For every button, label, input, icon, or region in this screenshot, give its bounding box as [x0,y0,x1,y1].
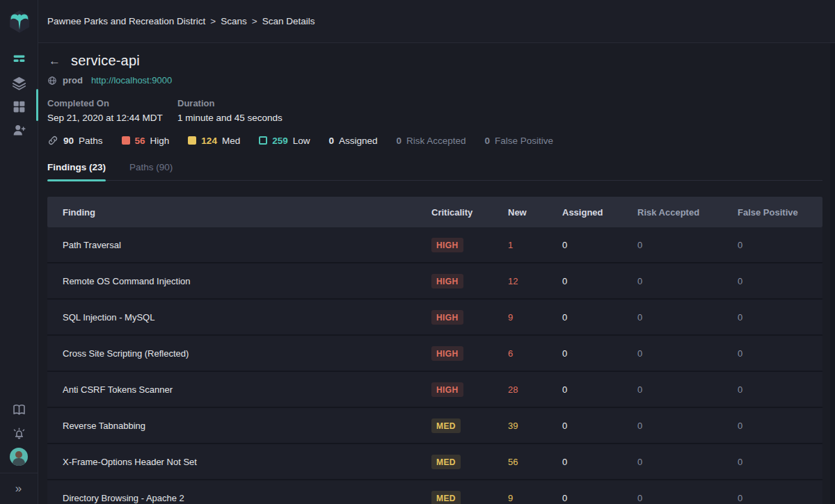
false-positive-label: False Positive [495,136,553,146]
false-positive-count: 0 [485,136,491,146]
high-severity-square-icon [122,136,130,145]
tab-bar: Findings (23) Paths (90) [47,162,822,181]
book-icon [12,403,26,417]
breadcrumb-org[interactable]: Pawnee Parks and Recreation District [47,16,205,26]
assigned-count: 0 [328,136,334,146]
scrollbar-track[interactable] [830,43,835,504]
column-risk-accepted: Risk Accepted [637,207,738,218]
user-avatar[interactable] [10,448,28,466]
breadcrumb: Pawnee Parks and Recreation District > S… [47,16,315,26]
user-add-icon [12,123,26,138]
back-arrow-icon[interactable]: ← [47,54,62,68]
app-logo[interactable] [0,0,38,43]
table-row[interactable]: Reverse Tabnabbing MED 39 0 0 0 [47,408,822,444]
criticality-badge: MED [431,455,461,469]
table-row[interactable]: Remote OS Command Injection HIGH 12 0 0 … [47,263,822,300]
finding-name: Reverse Tabnabbing [47,421,431,431]
breadcrumb-scan-details: Scan Details [262,16,315,26]
column-new: New [508,207,562,218]
false-positive-count: 0 [738,312,822,323]
column-criticality: Criticality [431,207,508,218]
table-row[interactable]: SQL Injection - MySQL HIGH 9 0 0 0 [47,300,822,336]
assigned-label: Assigned [339,136,378,146]
paths-count: 90 [63,136,74,146]
paths-label: Paths [79,136,103,146]
assigned-count: 0 [562,421,637,431]
findings-table: Finding Criticality New Assigned Risk Ac… [47,197,822,504]
low-count: 259 [272,136,288,146]
false-positive-count: 0 [738,276,822,286]
sidebar-item-notifications[interactable] [0,421,38,445]
false-positive-count: 0 [738,421,822,431]
med-count: 124 [201,136,217,146]
page-title: service-api [71,53,140,69]
assigned-count: 0 [562,348,637,359]
risk-accepted-count: 0 [637,312,738,323]
stat-false-positive: 0 False Positive [485,136,554,146]
new-count: 56 [508,457,562,467]
breadcrumb-scans[interactable]: Scans [221,16,247,26]
sidebar-item-docs[interactable] [0,398,38,421]
criticality-badge: HIGH [431,310,463,325]
finding-name: Path Traversal [47,240,431,250]
stat-risk-accepted: 0 Risk Accepted [397,136,466,146]
assigned-count: 0 [562,493,637,503]
new-count: 1 [508,240,562,250]
table-row[interactable]: X-Frame-Options Header Not Set MED 56 0 … [47,444,822,480]
sidebar-divider [0,473,38,473]
environment-globe-icon [47,76,57,86]
scan-host-link[interactable]: http://localhost:9000 [91,75,172,86]
duration-value: 1 minute and 45 seconds [177,113,308,123]
stat-low: 259 Low [259,136,310,146]
risk-accepted-count: 0 [637,240,738,250]
sidebar-expand-button[interactable]: » [0,478,38,500]
false-positive-count: 0 [738,384,822,395]
breadcrumb-separator: > [252,16,257,26]
scan-list-icon [12,52,26,67]
sidebar-item-add-user[interactable] [0,118,38,142]
risk-accepted-label: Risk Accepted [406,136,466,146]
scan-meta: Completed On Sep 21, 2020 at 12:44 MDT D… [47,98,822,123]
stat-med: 124 Med [188,136,240,146]
hawk-logo-icon [8,10,31,33]
tab-findings[interactable]: Findings (23) [47,162,106,180]
table-row[interactable]: Cross Site Scripting (Reflected) HIGH 6 … [47,336,822,372]
duration-label: Duration [177,98,308,108]
criticality-badge: MED [431,418,461,433]
breadcrumb-separator: > [210,16,216,26]
column-finding: Finding [47,207,431,218]
finding-name: Cross Site Scripting (Reflected) [47,348,431,359]
med-label: Med [222,136,240,146]
finding-name: Directory Browsing - Apache 2 [47,493,431,503]
avatar-body [13,458,25,466]
top-bar: Pawnee Parks and Recreation District > S… [38,0,835,43]
criticality-badge: HIGH [431,382,463,397]
column-assigned: Assigned [562,207,637,218]
new-count: 9 [508,493,562,503]
column-false-positive: False Positive [738,207,822,218]
med-severity-square-icon [188,136,196,145]
criticality-badge: HIGH [431,238,463,252]
new-count: 39 [508,421,562,431]
new-count: 28 [508,384,562,395]
environment-name: prod [63,75,83,86]
assigned-count: 0 [562,240,637,250]
stat-paths: 90 Paths [47,135,103,146]
table-row[interactable]: Path Traversal HIGH 1 0 0 0 [47,227,822,263]
table-row[interactable]: Directory Browsing - Apache 2 MED 9 0 0 … [47,480,822,504]
sidebar-item-applications[interactable] [0,71,38,95]
sidebar-item-scans[interactable] [0,47,38,71]
new-count: 6 [508,348,562,359]
scan-stats: 90 Paths 56 High 124 Med 259 Low 0 Assig… [47,135,822,146]
risk-accepted-count: 0 [637,276,738,286]
assigned-count: 0 [562,384,637,395]
sidebar-item-dashboard[interactable] [0,95,38,118]
stat-high: 56 High [122,136,170,146]
new-count: 12 [508,276,562,286]
table-row[interactable]: Anti CSRF Tokens Scanner HIGH 28 0 0 0 [47,372,822,408]
double-chevron-right-icon: » [15,482,22,496]
new-count: 9 [508,312,562,323]
tab-paths[interactable]: Paths (90) [129,162,173,180]
stat-assigned: 0 Assigned [328,136,377,146]
assigned-count: 0 [562,276,637,286]
